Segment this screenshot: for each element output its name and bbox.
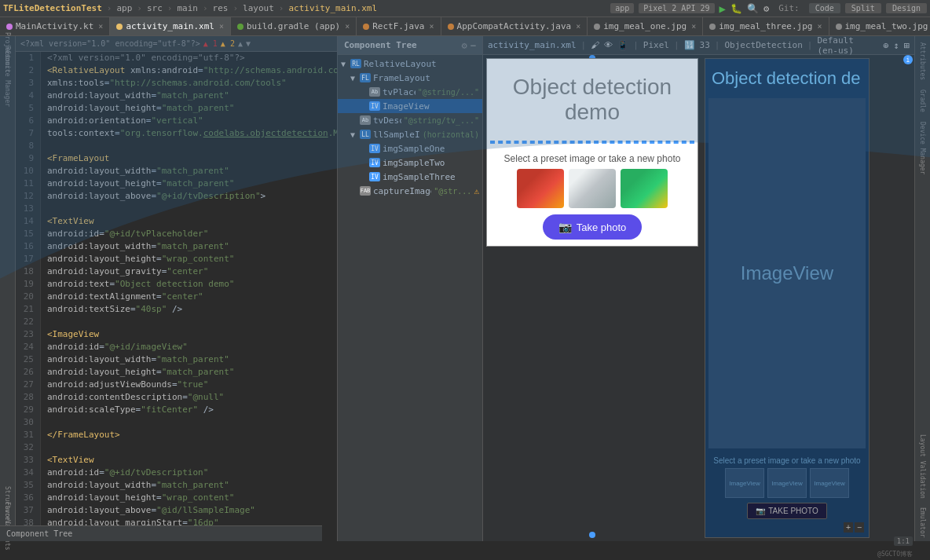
code-line-32 [47,441,331,454]
sidebar-layout-validation[interactable]: Layout Validation [917,431,928,502]
tab-img-meal-three-close[interactable]: × [817,22,822,31]
tab-appcompat-close[interactable]: × [576,22,580,31]
phone-preview-dark: Object detection de ImageView Select a p… [705,58,870,538]
dark-select-text: Select a preset image or take a new phot… [710,456,864,465]
tab-build-gradle-label: build.gradle (app) [247,21,340,31]
preview-area: activity_main.xml | 🖌 👁 📱 | Pixel | 🔢 33… [483,36,914,541]
tab-img-meal-one-close[interactable]: × [691,22,696,31]
toolbar-main: main [177,3,198,13]
code-line-37: android:layout_above="@id/llSampleImage" [47,504,331,517]
zoom-plus-btn[interactable]: + [844,522,853,533]
sep2: › [137,3,142,13]
tab-rectf[interactable]: RectF.java × [357,17,441,35]
tab-mainactivity[interactable]: MainActivity.kt × [0,17,110,35]
dark-preset-1[interactable]: ImageView [725,468,764,498]
tab-img-meal-three-label: img_meal_three.jpg [719,21,812,31]
code-line-30 [47,416,331,429]
device-dropdown[interactable]: Pixel 2 API 29 [639,3,714,13]
preview-content: Object detection demo Select a preset im… [483,55,914,541]
tab-appcompat-label: AppCompatActivity.java [457,21,572,31]
app-title: TFLiteDetectionTest [3,3,102,13]
tab-img-meal-three[interactable]: img_meal_three.jpg × [703,17,829,35]
tab-activity-main-label: activity_main.xml [126,21,214,31]
dark-phone-bottom: Select a preset image or take a new phot… [705,452,869,537]
dark-preset-2[interactable]: ImageView [767,468,807,498]
tab-activity-main-close[interactable]: × [219,22,224,31]
tab-mainactivity-close[interactable]: × [98,22,103,31]
search-icon[interactable]: 🔍 [747,3,759,14]
sep1: › [107,3,112,13]
code-line-36: android:layout_height="wrap_content" [47,492,331,504]
sidebar-emulator[interactable]: Emulator [917,504,928,541]
code-line-33: <TextView [47,454,331,467]
sep6: › [279,3,284,13]
dark-preset-images: ImageView ImageView ImageView [710,468,864,498]
sep5: › [233,3,238,13]
tab-activity-main[interactable]: activity_main.xml × [110,17,231,35]
app-dropdown[interactable]: app [610,3,634,13]
split-btn[interactable]: Split [845,3,881,13]
tab-img-meal-two[interactable]: img_meal_two.jpg × [829,17,931,35]
top-toolbar: TFLiteDetectionTest › app › src › main ›… [0,0,930,17]
run-icon[interactable]: ▶ [719,2,726,15]
dark-imageview-label: ImageView [708,98,866,448]
toolbar-res: res [213,3,229,13]
tab-img-meal-one-label: img_meal_one.jpg [603,21,687,31]
toolbar-layout: layout [243,3,274,13]
sep4: › [203,3,208,13]
code-line-27: android:adjustViewBounds="true" [47,379,331,391]
toolbar-app: app [116,3,132,13]
tab-build-gradle[interactable]: build.gradle (app) × [231,17,357,35]
tab-bar: MainActivity.kt × activity_main.xml × bu… [0,17,930,36]
tab-build-gradle-close[interactable]: × [345,22,350,31]
toolbar-file: activity_main.xml [288,3,377,13]
debug-icon[interactable]: 🐛 [730,3,742,14]
info-bubble[interactable]: i [903,55,913,64]
code-line-29: android:scaleType="fitCenter" /> [47,404,331,416]
code-line-25: android:layout_width="match_parent" [47,353,331,366]
git-label: Git: [778,3,800,13]
code-line-28: android:contentDescription="@null" [47,391,331,404]
code-line-26: android:layout_height="match_parent" [47,366,331,379]
settings-icon[interactable]: ⚙ [763,3,769,14]
tab-appcompat[interactable]: AppCompatActivity.java × [441,17,588,35]
sep3: › [167,3,173,13]
tab-rectf-label: RectF.java [372,21,424,31]
watermark: @SGCTO博客 [877,550,913,558]
dark-take-photo-button[interactable]: 📷 TAKE PHOTO [747,503,827,519]
dark-preset-3[interactable]: ImageView [810,468,849,498]
design-btn[interactable]: Design [886,3,927,13]
tab-img-meal-two-label: img_meal_two.jpg [845,21,928,31]
code-line-24: android:id="@+id/imageView" [47,341,331,353]
toolbar-src: src [147,3,163,13]
zoom-minus-btn[interactable]: − [855,522,864,533]
component-tree-tab[interactable]: Component Tree [16,529,79,538]
tab-rectf-close[interactable]: × [429,22,434,31]
tab-img-meal-one[interactable]: img_meal_one.jpg × [588,17,703,35]
dark-camera-icon: 📷 [756,507,765,515]
tab-mainactivity-label: MainActivity.kt [16,21,93,31]
dark-take-photo-label: TAKE PHOTO [768,507,818,515]
code-line-35: android:layout_width="match_parent" [47,479,331,492]
code-line-31: </FrameLayout> [47,429,331,441]
code-btn[interactable]: Code [809,3,840,13]
dark-demo-title: Object detection de [705,59,869,95]
code-line-34: android:id="@+id/tvDescription" [47,467,331,479]
zoom-ratio: 1:1 [894,536,913,546]
